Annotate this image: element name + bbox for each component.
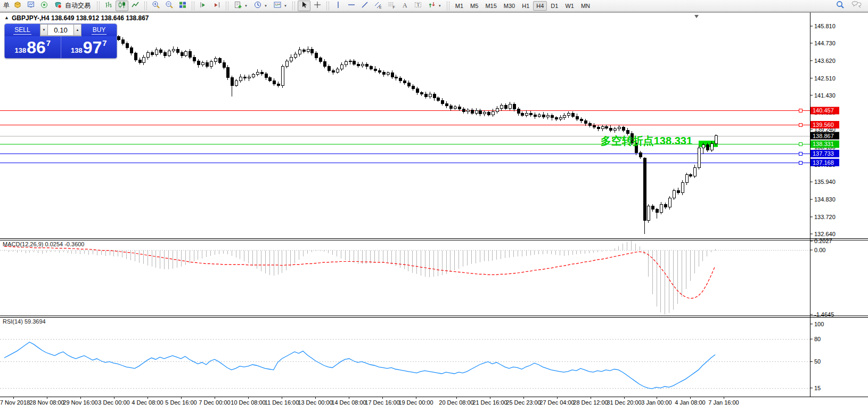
text-button[interactable]: A [398, 1, 411, 11]
price-line-marker[interactable] [799, 143, 802, 146]
candle-bear [243, 77, 246, 78]
trendline-button[interactable] [358, 1, 371, 11]
candle-bear [231, 77, 233, 85]
candle-bear [424, 94, 427, 96]
candle-bear [327, 67, 330, 70]
market-watch-icon [27, 1, 35, 11]
candle-bull [340, 65, 343, 69]
candle-bear [277, 84, 280, 85]
timeframe-m1[interactable]: M1 [452, 1, 466, 11]
sell-price[interactable]: 138 86 7 [5, 36, 61, 58]
line-chart-button[interactable] [129, 1, 142, 11]
candle-bear [593, 126, 595, 127]
bar-chart-button[interactable] [102, 1, 115, 11]
chevron-down-icon: ▼ [244, 4, 248, 7]
candle-bear [571, 113, 574, 116]
candle-bear [416, 88, 419, 92]
candle-bear [458, 107, 461, 109]
time-tick-label: 11 Dec 16:00 [265, 399, 299, 406]
candle-bull [252, 75, 255, 77]
sell-button[interactable]: SELL [5, 24, 40, 36]
candle-bull [525, 113, 528, 115]
time-tick-label: 13 Dec 00:00 [298, 399, 332, 406]
candle-bull [349, 61, 351, 62]
chart-shift-marker[interactable] [694, 15, 699, 18]
time-tick-label: 27 Dec 04:00 [539, 399, 574, 406]
price-label-137.733: 137.733 [810, 150, 839, 157]
time-tick-label: 17 Dec 16:00 [365, 399, 399, 406]
timeframe-m30[interactable]: M30 [501, 1, 518, 11]
order-menu-label[interactable]: 单 [2, 1, 11, 10]
chat-button[interactable] [850, 1, 863, 11]
cursor-button[interactable] [298, 1, 310, 11]
rsi-indicator-label: RSI(14) 59.3694 [3, 318, 46, 325]
auto-scroll-button[interactable] [197, 1, 210, 11]
candle-bear [487, 112, 490, 115]
search-button[interactable] [834, 1, 847, 11]
svg-text:F: F [392, 5, 395, 9]
horizontal-line-button[interactable] [345, 1, 358, 11]
text-label-button[interactable]: T [412, 1, 424, 11]
price-label-140.457: 140.457 [810, 107, 839, 114]
toolbar-grip [97, 2, 100, 10]
chat-icon [851, 1, 862, 11]
collapse-icon[interactable]: ▲ [4, 15, 9, 20]
market-watch-button[interactable] [24, 1, 37, 11]
autotrading-button[interactable]: 自动交易 [51, 1, 94, 11]
candle-bear [555, 118, 558, 119]
price-line-marker[interactable] [799, 124, 802, 127]
zoom-in-icon [152, 1, 160, 11]
rsi-axis-label: 15 [814, 385, 821, 391]
price-line-marker[interactable] [799, 162, 802, 165]
candlestick-chart-button[interactable] [116, 1, 128, 11]
channel-button[interactable]: E [372, 1, 384, 11]
new-chart-button[interactable]: ▼ [231, 1, 250, 11]
periods-button[interactable]: ▼ [251, 1, 270, 11]
candle-bear [445, 103, 448, 106]
zoom-in-button[interactable] [150, 1, 162, 11]
volume-decrease-button[interactable]: ▼ [40, 24, 48, 36]
candle-bull [647, 206, 650, 221]
candle-bear [126, 44, 128, 47]
timeframe-w1[interactable]: W1 [562, 1, 577, 11]
chart-shift-button[interactable] [210, 1, 223, 11]
buy-price-main: 97 [83, 39, 102, 56]
candle-bull [685, 175, 688, 183]
candle-bear [407, 83, 410, 86]
buy-button[interactable]: BUY [81, 24, 117, 36]
macd-histogram [5, 241, 716, 314]
timeframe-mn[interactable]: MN [578, 1, 593, 11]
price-tick-label: 132.640 [814, 231, 836, 237]
crosshair-button[interactable] [311, 1, 324, 11]
buy-price[interactable]: 138 97 7 [61, 36, 117, 58]
arrows-button[interactable]: ▼ [425, 1, 444, 11]
candle-bear [176, 49, 179, 52]
candle-bear [420, 93, 423, 94]
signals-button[interactable] [38, 1, 51, 11]
templates-button[interactable]: ▼ [271, 1, 290, 11]
volume-input[interactable]: 0.10 [48, 24, 73, 36]
zoom-out-button[interactable] [163, 1, 176, 11]
timeframe-m15[interactable]: M15 [482, 1, 499, 11]
tile-windows-button[interactable] [176, 1, 189, 11]
timeframe-m5[interactable]: M5 [467, 1, 481, 11]
candle-bull [710, 144, 713, 150]
fibonacci-button[interactable]: F [385, 1, 398, 11]
volume-increase-button[interactable]: ▲ [73, 24, 81, 36]
chart-annotation-text[interactable]: 多空转折点138.331 [533, 134, 692, 148]
candle-bull [345, 62, 347, 65]
price-line-marker[interactable] [799, 109, 802, 112]
candle-bear [218, 59, 221, 62]
bar-chart-icon [104, 1, 113, 11]
macd-axis-label: -1.4645 [814, 311, 834, 318]
chevron-down-icon: ▼ [284, 4, 287, 7]
candle-bear [471, 110, 473, 113]
chart-canvas[interactable]: 145.810144.730143.620142.510141.430140.3… [0, 0, 868, 411]
timeframe-h4[interactable]: H4 [533, 1, 547, 11]
candle-bull [509, 104, 511, 108]
new-order-button[interactable] [11, 1, 24, 11]
timeframe-d1[interactable]: D1 [547, 1, 561, 11]
vertical-line-button[interactable] [332, 1, 345, 11]
timeframe-h1[interactable]: H1 [519, 1, 533, 11]
price-line-marker[interactable] [799, 152, 802, 156]
